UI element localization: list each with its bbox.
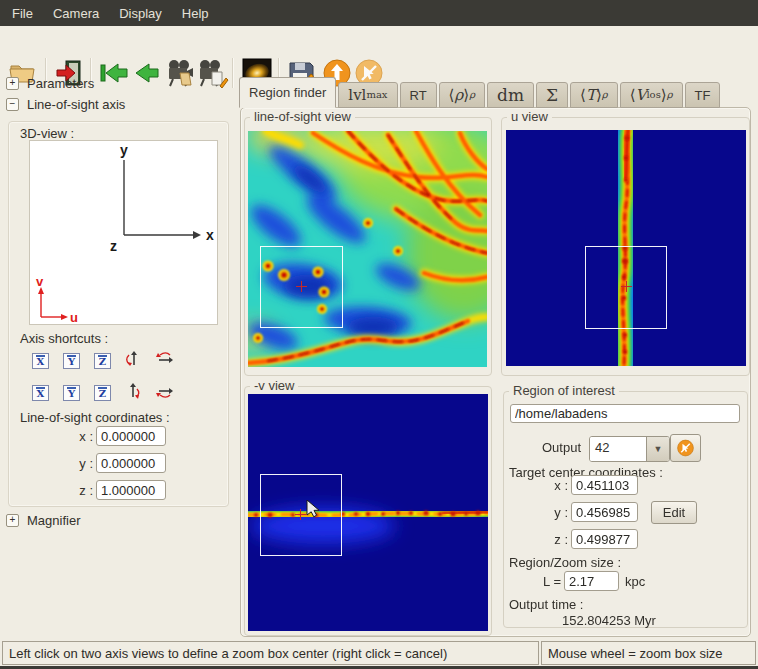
plus-x-axis-button[interactable]: X [32,385,49,401]
expander-los-axis[interactable]: − Line-of-sight axis [6,97,125,112]
los-coord-row-y: y : [5,453,166,473]
roi-z-input[interactable] [571,529,638,549]
los-x-input[interactable] [96,426,166,446]
tabbar: Region finder lvlmax RT ⟨ρ⟩ρ dm Σ ⟨T⟩ρ ⟨… [239,78,722,108]
los-coord-row-z: z : [5,480,166,500]
plus-z-axis-button[interactable]: Z [94,385,111,401]
toolbar [0,26,758,70]
tab-region-finder[interactable]: Region finder [239,77,336,108]
rotate-vertical-icon[interactable] [125,351,142,371]
y-label: y : [504,505,571,520]
menu-camera[interactable]: Camera [43,0,109,26]
y-label: y : [5,456,96,471]
rotate-vertical-alt-icon[interactable] [125,383,142,403]
expander-magnifier[interactable]: + Magnifier [6,513,80,528]
tab-lvlmax[interactable]: lvlmax [338,82,397,108]
axis-u-label: u [70,310,78,324]
u-view-groupbox: u view [501,117,750,376]
v-target-cross-icon [295,509,306,520]
plus-y-axis-button[interactable]: Y [63,385,80,401]
los-coordinates-label: Line-of-sight coordinates : [20,410,170,425]
roi-coord-row-z: z : [504,529,638,549]
los-coord-row-x: x : [5,426,166,446]
u-view-title: u view [507,109,552,124]
output-value: 42 [590,437,646,461]
axis-y-label: y [120,142,128,158]
z-label: z : [504,532,571,547]
kpc-unit-label: kpc [619,574,645,589]
menubar: File Camera Display Help [0,0,758,26]
output-time-value: 152.804253 Myr [562,613,656,628]
roi-y-input[interactable] [571,502,638,522]
menu-help[interactable]: Help [172,0,219,26]
los-view-title: line-of-sight view [250,109,355,124]
plus-box-icon[interactable]: + [6,77,19,90]
magnifier-label: Magnifier [27,513,80,528]
region-zoom-size-label: Region/Zoom size : [509,555,621,570]
axis-shortcut-row-2: X Y Z [32,383,173,403]
mouse-cursor-icon [306,500,320,518]
statusbar-zoom-hint: Mouse wheel = zoom box size [541,641,756,665]
tab-rho[interactable]: ⟨ρ⟩ρ [439,82,485,108]
minus-x-axis-button[interactable]: X [32,353,49,369]
output-combobox[interactable]: 42 ▼ [589,436,670,462]
zoom-size-row: L = kpc [504,571,645,591]
statusbar-hint: Left click on two axis views to define a… [2,641,539,665]
roi-cancel-selection-button[interactable] [670,434,701,462]
los-z-input[interactable] [96,480,166,500]
u-target-cross-icon [621,281,632,292]
expander-parameters[interactable]: + Parameters [6,76,94,91]
3d-view-canvas[interactable]: y x z v u [29,140,218,325]
minus-box-icon[interactable]: − [6,98,19,111]
minus-z-axis-button[interactable]: Z [94,353,111,369]
rotate-horizontal-alt-icon[interactable] [156,383,173,403]
roi-coord-row-y: y : [504,502,638,522]
los-target-cross-icon [296,281,307,292]
zoom-size-input[interactable] [564,571,619,591]
axis-v-label: v [36,274,44,289]
tab-sigma[interactable]: Σ [536,82,568,108]
rotate-horizontal-icon[interactable] [156,351,173,371]
u-view-image[interactable] [506,130,746,366]
toolbar-separator [232,58,234,88]
x-label: x : [504,478,571,493]
axis-z-label: z [110,238,117,254]
first-image-icon[interactable] [96,56,130,90]
los-axis-label: Line-of-sight axis [27,97,125,112]
menu-display[interactable]: Display [109,0,172,26]
output-label: Output [542,440,581,455]
ramses-path-input[interactable] [510,404,740,423]
view3d-label: 3D-view : [20,126,74,141]
v-view-title: -v view [250,378,298,393]
edit-button[interactable]: Edit [651,501,697,524]
los-y-input[interactable] [96,453,166,473]
previous-image-icon[interactable] [130,56,164,90]
v-view-groupbox: -v view [244,386,492,636]
axis-shortcut-row-1: X Y Z [32,351,173,371]
chevron-down-icon[interactable]: ▼ [646,437,669,461]
output-time-label: Output time : [509,597,583,612]
los-view-groupbox: line-of-sight view [244,117,492,376]
save-camera-icon[interactable] [196,56,230,90]
l-label: L = [504,574,564,589]
menu-file[interactable]: File [2,0,43,26]
x-label: x : [5,429,96,444]
z-label: z : [5,483,96,498]
v-view-image[interactable] [248,394,488,631]
roi-groupbox: Region of interest Output 42 ▼ Target ce… [503,391,748,628]
minus-y-axis-button[interactable]: Y [63,353,80,369]
axis-shortcuts-label: Axis shortcuts : [20,331,108,346]
los-view-image[interactable] [248,131,487,367]
tab-rt[interactable]: RT [400,82,437,108]
roi-title: Region of interest [509,383,619,398]
tab-dm[interactable]: dm [487,82,534,108]
tab-temperature[interactable]: ⟨T⟩ρ [570,82,618,108]
axis-x-label: x [206,227,214,243]
roi-x-input[interactable] [571,475,638,495]
tab-vlos[interactable]: ⟨Vlos⟩ρ [620,82,683,108]
tab-tf[interactable]: TF [685,82,721,108]
plus-box-icon[interactable]: + [6,514,19,527]
roi-coord-row-x: x : [504,475,638,495]
load-camera-icon[interactable] [164,56,198,90]
app-window: File Camera Display Help [0,0,758,669]
